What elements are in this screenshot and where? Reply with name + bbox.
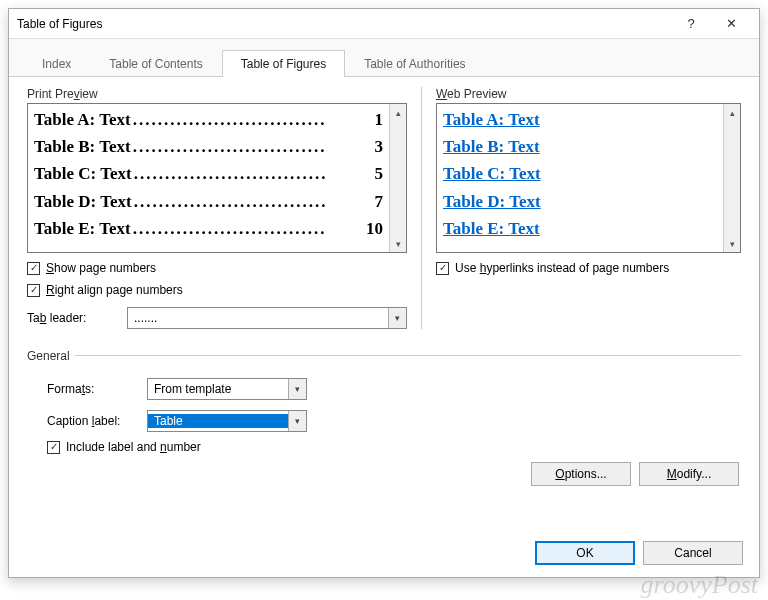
preview-line: Table A: Text ..........................… xyxy=(34,106,383,133)
preview-line: Table E: Text ..........................… xyxy=(34,215,383,242)
tab-table-of-contents[interactable]: Table of Contents xyxy=(90,50,221,77)
formats-combo[interactable]: From template ▾ xyxy=(147,378,307,400)
show-page-numbers-label: Show page numbers xyxy=(46,261,156,275)
formats-label: Formats: xyxy=(47,382,137,396)
right-align-checkbox[interactable] xyxy=(27,284,40,297)
include-label-checkbox[interactable] xyxy=(47,441,60,454)
scroll-down-icon[interactable]: ▾ xyxy=(390,235,406,252)
table-of-figures-dialog: Table of Figures ? ✕ Index Table of Cont… xyxy=(8,8,760,578)
print-preview-box: Table A: Text ..........................… xyxy=(27,103,407,253)
scroll-up-icon[interactable]: ▴ xyxy=(724,104,740,121)
cancel-button[interactable]: Cancel xyxy=(643,541,743,565)
options-button[interactable]: Options... xyxy=(531,462,631,486)
close-button[interactable]: ✕ xyxy=(711,10,751,38)
tab-table-of-authorities[interactable]: Table of Authorities xyxy=(345,50,484,77)
caption-label-label: Caption label: xyxy=(47,414,137,428)
web-preview-box: Table A: Text Table B: Text Table C: Tex… xyxy=(436,103,741,253)
tab-leader-combo[interactable]: ....... ▾ xyxy=(127,307,407,329)
scroll-up-icon[interactable]: ▴ xyxy=(390,104,406,121)
chevron-down-icon[interactable]: ▾ xyxy=(288,379,306,399)
preview-line: Table D: Text ..........................… xyxy=(34,188,383,215)
print-preview-label: Print Preview xyxy=(27,87,407,101)
web-preview-link[interactable]: Table D: Text xyxy=(443,188,717,215)
use-hyperlinks-checkbox[interactable] xyxy=(436,262,449,275)
modify-button[interactable]: Modify... xyxy=(639,462,739,486)
use-hyperlinks-label: Use hyperlinks instead of page numbers xyxy=(455,261,669,275)
web-preview-link[interactable]: Table C: Text xyxy=(443,160,717,187)
general-section: General Formats: From template ▾ Caption… xyxy=(27,343,741,454)
web-preview-link[interactable]: Table B: Text xyxy=(443,133,717,160)
show-page-numbers-checkbox[interactable] xyxy=(27,262,40,275)
dialog-title: Table of Figures xyxy=(17,17,671,31)
preview-line: Table B: Text ..........................… xyxy=(34,133,383,160)
web-preview-section: Web Preview Table A: Text Table B: Text … xyxy=(436,87,741,329)
preview-line: Table C: Text ..........................… xyxy=(34,160,383,187)
ok-button[interactable]: OK xyxy=(535,541,635,565)
help-button[interactable]: ? xyxy=(671,10,711,38)
chevron-down-icon[interactable]: ▾ xyxy=(288,411,306,431)
print-preview-scrollbar[interactable]: ▴ ▾ xyxy=(389,104,406,252)
tab-index[interactable]: Index xyxy=(23,50,90,77)
print-preview-section: Print Preview Table A: Text ............… xyxy=(27,87,422,329)
web-preview-link[interactable]: Table E: Text xyxy=(443,215,717,242)
include-label-label: Include label and number xyxy=(66,440,201,454)
tab-table-of-figures[interactable]: Table of Figures xyxy=(222,50,345,77)
titlebar: Table of Figures ? ✕ xyxy=(9,9,759,39)
web-preview-label: Web Preview xyxy=(436,87,741,101)
scroll-down-icon[interactable]: ▾ xyxy=(724,235,740,252)
general-label: General xyxy=(27,349,70,363)
tab-leader-label: Tab leader: xyxy=(27,311,117,325)
right-align-label: Right align page numbers xyxy=(46,283,183,297)
web-preview-scrollbar[interactable]: ▴ ▾ xyxy=(723,104,740,252)
web-preview-link[interactable]: Table A: Text xyxy=(443,106,717,133)
tab-bar: Index Table of Contents Table of Figures… xyxy=(9,39,759,77)
caption-label-combo[interactable]: Table ▾ xyxy=(147,410,307,432)
chevron-down-icon[interactable]: ▾ xyxy=(388,308,406,328)
